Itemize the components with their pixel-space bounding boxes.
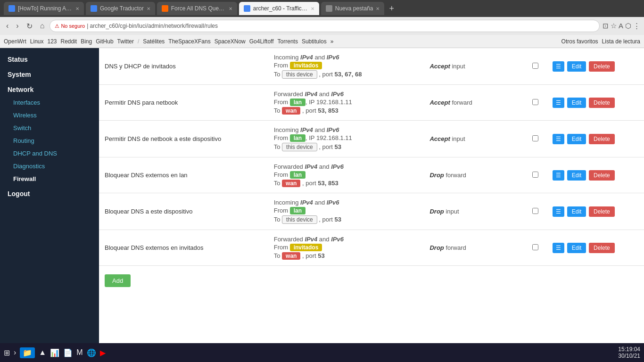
- to-badge: wan: [282, 180, 300, 187]
- rule-action: Drop forward: [424, 157, 524, 193]
- action-direction: forward: [446, 172, 466, 179]
- bookmark-thespacexfans[interactable]: TheSpaceXFans: [168, 38, 210, 45]
- rule-from: From lan: [274, 207, 419, 214]
- sidebar-item-system[interactable]: System: [0, 68, 99, 81]
- list-button[interactable]: ☰: [553, 61, 564, 72]
- extension-icon[interactable]: ⬡: [625, 22, 631, 30]
- tab-4[interactable]: archer_c60 - Traffic Rules - ✕: [239, 2, 319, 15]
- rule-checkbox[interactable]: [532, 63, 538, 69]
- list-button[interactable]: ☰: [553, 134, 564, 144]
- rule-action: Accept forward: [424, 85, 524, 121]
- tab-2[interactable]: Google Traductor ✕: [86, 2, 155, 15]
- edit-button[interactable]: Edit: [567, 206, 586, 217]
- tab-5[interactable]: Nueva pestaña ✕: [321, 2, 385, 15]
- bookmark-twitter[interactable]: Twitter: [117, 38, 134, 45]
- sidebar-item-firewall[interactable]: Firewall: [0, 173, 99, 185]
- list-button[interactable]: ☰: [553, 206, 564, 217]
- action-direction: forward: [446, 244, 466, 251]
- bookmark-reddit[interactable]: Reddit: [61, 38, 77, 45]
- rule-detail: Forwarded IPv4 and IPv6 From lan To wan …: [268, 157, 424, 193]
- sidebar-item-wireless[interactable]: Wireless: [0, 109, 99, 122]
- bookmarks-bar: OpenWrt Linux 123 Reddit Bing GitHub Twi…: [0, 35, 644, 48]
- rule-buttons: ☰ Edit Delete: [547, 157, 644, 193]
- delete-button[interactable]: Delete: [589, 243, 615, 253]
- address-bar-row: ‹ › ↻ ⌂ ⚠ No seguro | archer_c60/cgi-bin…: [0, 17, 644, 35]
- rule-name: DNS y DHCP de invitados: [99, 48, 268, 85]
- sidebar-item-diagnostics[interactable]: Diagnostics: [0, 160, 99, 173]
- delete-button[interactable]: Delete: [589, 61, 615, 72]
- bookmark-123[interactable]: 123: [47, 38, 57, 45]
- edit-button[interactable]: Edit: [567, 170, 586, 181]
- forward-button[interactable]: ›: [14, 21, 21, 31]
- address-bar[interactable]: ⚠ No seguro | archer_c60/cgi-bin/luci/ad…: [50, 20, 600, 32]
- delete-button[interactable]: Delete: [589, 134, 615, 144]
- delete-button[interactable]: Delete: [589, 170, 615, 181]
- table-row: DNS y DHCP de invitados Incoming IPv4 an…: [99, 48, 644, 85]
- taskbar-youtube[interactable]: ▶: [100, 348, 106, 357]
- rule-action: Drop input: [424, 193, 524, 230]
- rule-buttons: ☰ Edit Delete: [547, 230, 644, 266]
- bookmark-spacexnow[interactable]: SpaceXNow: [215, 38, 246, 45]
- sidebar-item-routing[interactable]: Routing: [0, 134, 99, 147]
- delete-button[interactable]: Delete: [589, 206, 615, 217]
- reload-button[interactable]: ↻: [24, 21, 35, 32]
- back-button[interactable]: ‹: [4, 21, 11, 31]
- bookmark-otros[interactable]: Otros favoritos: [561, 38, 598, 45]
- cast-icon[interactable]: ⊡: [603, 22, 609, 30]
- action-word: Accept: [429, 99, 450, 106]
- delete-button[interactable]: Delete: [589, 98, 615, 108]
- sidebar-item-dhcp[interactable]: DHCP and DNS: [0, 147, 99, 160]
- sidebar-item-logout[interactable]: Logout: [0, 187, 99, 200]
- taskbar-drive[interactable]: ▲: [39, 348, 46, 357]
- bookmark-torrents[interactable]: Torrents: [278, 38, 298, 45]
- rule-buttons: ☰ Edit Delete: [547, 85, 644, 121]
- bookmark-subtitulos[interactable]: Subtitulos: [302, 38, 327, 45]
- sidebar-item-network[interactable]: Network: [0, 83, 99, 96]
- bookmark-satelites[interactable]: Satélites: [143, 38, 165, 45]
- bookmark-go4liftoff[interactable]: Go4Liftoff: [249, 38, 274, 45]
- sidebar-item-switch[interactable]: Switch: [0, 122, 99, 134]
- edit-button[interactable]: Edit: [567, 134, 586, 144]
- add-button[interactable]: Add: [105, 274, 131, 287]
- tab-1[interactable]: [HowTo] Running Adguard ✕: [4, 2, 84, 15]
- taskbar-docs[interactable]: 📄: [63, 348, 73, 357]
- rule-checkbox[interactable]: [532, 99, 538, 105]
- rule-buttons: ☰ Edit Delete: [547, 193, 644, 230]
- url-text: | archer_c60/cgi-bin/luci/admin/network/…: [87, 23, 218, 29]
- edit-button[interactable]: Edit: [567, 98, 586, 108]
- menu-icon[interactable]: ⋮: [633, 22, 640, 30]
- translate-icon[interactable]: A: [619, 22, 623, 30]
- rule-detail: Incoming IPv4 and IPv6 From lan, IP 192.…: [268, 121, 424, 157]
- sidebar-item-status[interactable]: Status: [0, 53, 99, 66]
- home-button[interactable]: ⌂: [38, 21, 47, 31]
- bookmark-more[interactable]: »: [330, 38, 334, 45]
- tab-3[interactable]: Force All DNS Queries Thro... ✕: [157, 2, 237, 15]
- taskbar-chrome[interactable]: 🌐: [87, 348, 96, 357]
- sidebar-item-interfaces[interactable]: Interfaces: [0, 96, 99, 109]
- bookmark-bing[interactable]: Bing: [81, 38, 92, 45]
- bookmark-lista[interactable]: Lista de lectura: [602, 38, 640, 45]
- list-button[interactable]: ☰: [553, 243, 564, 253]
- new-tab-button[interactable]: +: [386, 4, 397, 14]
- taskbar-sheets[interactable]: 📊: [50, 348, 59, 357]
- bookmark-icon[interactable]: ☆: [611, 22, 617, 30]
- rule-checkbox[interactable]: [532, 172, 538, 178]
- start-icon[interactable]: ⊞: [4, 348, 10, 357]
- taskbar-gmail[interactable]: M: [76, 348, 83, 357]
- edit-button[interactable]: Edit: [567, 61, 586, 72]
- edit-button[interactable]: Edit: [567, 243, 586, 253]
- list-button[interactable]: ☰: [553, 170, 564, 181]
- bookmark-github[interactable]: GitHub: [96, 38, 113, 45]
- taskbar-file-manager[interactable]: 📁: [20, 347, 35, 358]
- table-row: Bloquear DNS externos en lan Forwarded I…: [99, 157, 644, 193]
- list-button[interactable]: ☰: [553, 98, 564, 108]
- main-content: DNS y DHCP de invitados Incoming IPv4 an…: [99, 48, 644, 343]
- rule-checkbox[interactable]: [532, 208, 538, 214]
- rule-checkbox[interactable]: [532, 135, 538, 141]
- bookmark-openwrt[interactable]: OpenWrt: [4, 38, 26, 45]
- sidebar-section-status: Status: [0, 53, 99, 66]
- taskbar-search[interactable]: ›: [14, 348, 16, 357]
- bookmark-linux[interactable]: Linux: [30, 38, 44, 45]
- table-row: Bloquear DNS a este dispositivo Incoming…: [99, 193, 644, 230]
- rule-checkbox[interactable]: [532, 244, 538, 250]
